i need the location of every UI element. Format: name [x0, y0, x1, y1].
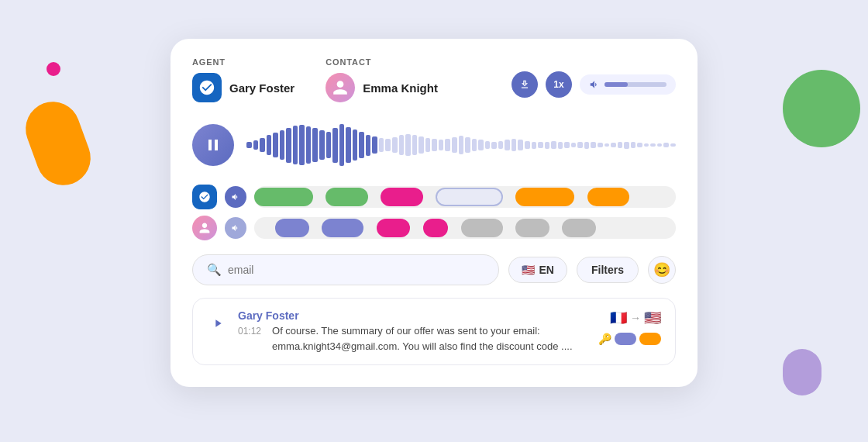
- waveform-bar: [459, 136, 464, 154]
- decoration-green-circle: [783, 70, 860, 147]
- waveform-bar: [359, 132, 364, 158]
- track-segment: [436, 188, 503, 206]
- persons-row: AGENT Gary Foster CONTACT Emma Knight: [192, 57, 438, 102]
- track-segment: [254, 188, 313, 206]
- track-segment: [562, 219, 596, 237]
- waveform-bar: [532, 142, 537, 149]
- main-card: AGENT Gary Foster CONTACT Emma Knight: [170, 39, 698, 387]
- waveform-bar: [558, 142, 563, 149]
- search-box[interactable]: 🔍: [192, 254, 499, 285]
- contact-avatar: [326, 73, 355, 102]
- download-button[interactable]: [512, 71, 538, 98]
- waveform-bar: [280, 130, 285, 160]
- flag-us: 🇺🇸: [644, 309, 661, 326]
- agent-track-row: [192, 185, 676, 209]
- waveform-bar: [326, 132, 332, 158]
- waveform-bar: [637, 143, 642, 147]
- transcript-speaker: Gary Foster: [238, 309, 586, 322]
- volume-bar: [604, 82, 666, 87]
- tag-row: 🔑: [598, 333, 661, 345]
- transcript-body-row: 01:12 Of course. The summary of our offe…: [238, 323, 586, 354]
- waveform-bar: [385, 139, 391, 151]
- waveform-bar: [299, 125, 305, 165]
- volume-control[interactable]: [580, 74, 676, 95]
- waveform-bar: [663, 143, 669, 147]
- transcript-card: Gary Foster 01:12 Of course. The summary…: [192, 298, 676, 365]
- waveform-bar: [564, 142, 570, 147]
- track-segment: [326, 188, 367, 206]
- emoji-button[interactable]: 😊: [648, 256, 676, 284]
- waveform-bar: [485, 141, 491, 150]
- waveform-bar: [505, 140, 510, 150]
- contact-row: Emma Knight: [326, 73, 438, 102]
- decoration-pink-dot: [46, 62, 60, 76]
- waveform-bar: [432, 139, 437, 151]
- agent-track-line[interactable]: [254, 186, 676, 208]
- waveform-bar: [598, 143, 603, 147]
- speed-button[interactable]: 1x: [546, 71, 572, 98]
- waveform-container[interactable]: [246, 118, 676, 172]
- waveform-bar: [372, 136, 377, 154]
- waveform-bar: [312, 128, 318, 161]
- decoration-purple-blob: [783, 349, 822, 395]
- translation-arrow: →: [630, 312, 641, 324]
- waveform-bar: [670, 143, 676, 147]
- waveform-bar: [339, 124, 345, 166]
- waveform-bar: [551, 141, 556, 150]
- waveform-bar: [518, 140, 523, 150]
- transcript-play-button[interactable]: [207, 313, 229, 334]
- contact-track-avatar: [192, 216, 217, 240]
- decoration-orange-pill: [18, 94, 98, 192]
- pause-button[interactable]: [192, 124, 234, 166]
- waveform-bar: [624, 142, 629, 149]
- lang-label: EN: [539, 264, 554, 276]
- waveform-bar: [452, 137, 457, 153]
- waveform-bar: [631, 142, 636, 147]
- card-header: AGENT Gary Foster CONTACT Emma Knight: [192, 57, 676, 102]
- contact-sound-icon: [225, 217, 246, 239]
- agent-sound-icon: [225, 186, 246, 208]
- search-input[interactable]: [228, 264, 484, 276]
- contact-track-row: [192, 216, 676, 240]
- tag-orange: [639, 333, 661, 345]
- waveform-bar: [584, 142, 590, 149]
- waveform-bar: [439, 140, 444, 150]
- waveform-bar: [525, 141, 530, 150]
- filters-button[interactable]: Filters: [577, 257, 639, 283]
- waveform-bars: [246, 122, 676, 168]
- transcript-left: Gary Foster 01:12 Of course. The summary…: [207, 309, 586, 354]
- flag-icon: 🇺🇸: [522, 264, 535, 276]
- track-segment: [461, 219, 503, 237]
- timeline-section: [192, 185, 676, 240]
- contact-track-line[interactable]: [254, 217, 676, 239]
- agent-avatar: [192, 73, 222, 102]
- waveform-bar: [293, 126, 298, 164]
- agent-label: AGENT: [192, 57, 294, 67]
- waveform-bar: [491, 142, 497, 149]
- waveform-bar: [246, 142, 252, 147]
- contact-label: CONTACT: [326, 57, 438, 67]
- waveform-bar: [286, 128, 291, 163]
- track-segment: [322, 219, 363, 237]
- waveform-bar: [445, 139, 450, 151]
- transcript-meta: Gary Foster 01:12 Of course. The summary…: [238, 309, 586, 354]
- waveform-bar: [253, 140, 259, 150]
- waveform-bar: [418, 136, 424, 154]
- search-icon: 🔍: [207, 263, 222, 277]
- waveform-bar: [591, 142, 596, 147]
- waveform-bar: [618, 142, 623, 147]
- waveform-bar: [571, 143, 577, 147]
- volume-fill: [604, 82, 628, 87]
- flag-fr: 🇫🇷: [610, 309, 627, 326]
- contact-name: Emma Knight: [363, 81, 438, 95]
- transcript-text: Of course. The summary of our offer was …: [272, 323, 586, 354]
- track-segment: [423, 219, 449, 237]
- language-button[interactable]: 🇺🇸 EN: [508, 257, 567, 283]
- agent-name: Gary Foster: [229, 81, 294, 95]
- search-row: 🔍 🇺🇸 EN Filters 😊: [192, 254, 676, 285]
- agent-row: Gary Foster: [192, 73, 294, 102]
- waveform-bar: [425, 138, 431, 152]
- waveform-bar: [273, 133, 278, 157]
- waveform-bar: [306, 126, 312, 164]
- waveform-bar: [319, 130, 325, 160]
